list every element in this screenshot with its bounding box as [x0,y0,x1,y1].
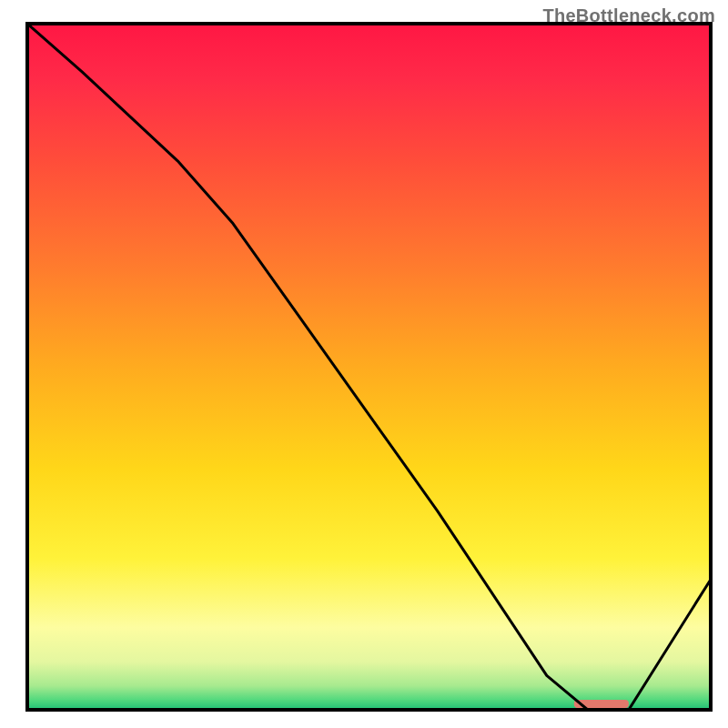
chart-container: TheBottleneck.com [0,0,728,728]
plot-background [27,24,711,710]
bottleneck-chart [0,0,728,728]
watermark-text: TheBottleneck.com [542,5,715,26]
